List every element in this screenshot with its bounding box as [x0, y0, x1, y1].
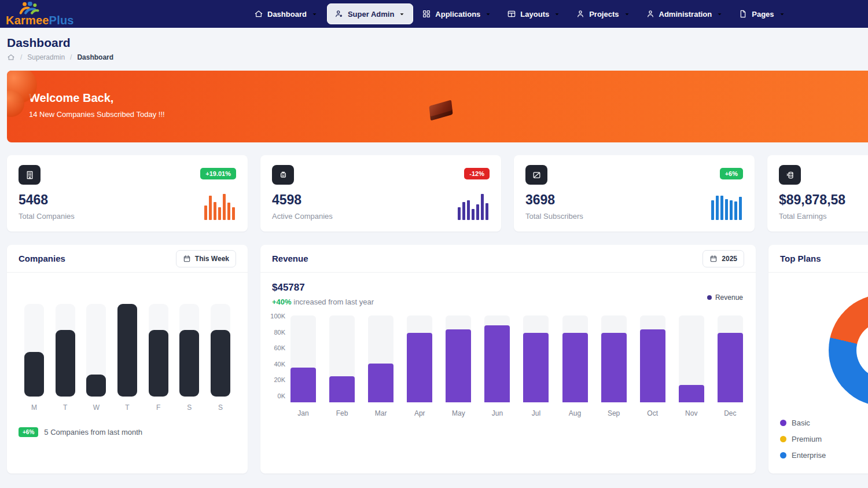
revenue-x-label: Jul — [523, 409, 549, 417]
companies-bar-column: S — [211, 304, 230, 412]
chevron-down-icon — [311, 10, 318, 18]
revenue-bar-track — [484, 315, 510, 402]
nav-item-label: Projects — [589, 10, 619, 19]
revenue-x-label: Dec — [718, 409, 743, 417]
mini-bar — [227, 203, 230, 220]
mini-bar — [458, 207, 461, 220]
revenue-delta-line: +40% increased from last year — [272, 298, 374, 306]
nav-item-applications[interactable]: Applications — [415, 5, 498, 23]
companies-bar — [24, 352, 44, 397]
revenue-bar — [718, 333, 743, 402]
companies-bar-column: W — [86, 304, 106, 412]
revenue-bar — [562, 333, 588, 402]
companies-period-button[interactable]: This Week — [176, 250, 236, 267]
mini-bar-chart — [204, 193, 235, 220]
stat-icon-tile — [525, 165, 547, 185]
stat-icon-tile — [272, 165, 294, 185]
revenue-period-button[interactable]: 2025 — [703, 250, 744, 267]
companies-bar-column: S — [179, 304, 199, 412]
trend-badge: +6% — [720, 168, 743, 179]
revenue-y-tick: 0K — [270, 392, 285, 399]
home-small-icon[interactable] — [7, 53, 15, 61]
revenue-legend-item[interactable]: Revenue — [707, 289, 743, 306]
home-icon — [254, 9, 263, 19]
image-icon — [532, 170, 542, 180]
top-plans-card-title: Top Plans — [780, 254, 821, 263]
mini-bar — [476, 204, 479, 220]
revenue-bar-track — [640, 315, 665, 402]
stat-value: $89,878,58 — [779, 192, 868, 208]
plans-legend-item-enterprise[interactable]: Enterprise — [780, 451, 826, 460]
revenue-x-label: Apr — [407, 409, 432, 417]
plans-legend-item-basic[interactable]: Basic — [780, 419, 826, 427]
nav-item-layouts[interactable]: Layouts — [501, 5, 567, 23]
revenue-bar — [368, 364, 393, 403]
breadcrumb-item-superadmin[interactable]: Superadmin — [27, 53, 65, 61]
revenue-bar-track — [562, 315, 588, 402]
revenue-bar-track — [290, 315, 316, 402]
companies-bar — [179, 330, 199, 397]
calendar-icon — [183, 255, 191, 263]
companies-footer-badge: +6% — [19, 427, 38, 437]
plans-legend-item-premium[interactable]: Premium — [780, 435, 826, 443]
legend-dot — [780, 420, 786, 426]
revenue-bar — [484, 325, 510, 403]
mini-bar — [720, 196, 723, 220]
welcome-banner: Welcome Back, 14 New Companies Subscribe… — [7, 71, 868, 142]
revenue-card: Revenue 2025 $45787 +40% increased from … — [260, 245, 756, 474]
revenue-legend-dot — [707, 295, 712, 300]
logo[interactable]: KarmeePlus — [6, 2, 74, 26]
legend-label: Enterprise — [792, 451, 826, 460]
trend-badge: -12% — [464, 168, 490, 179]
nav-item-dashboard[interactable]: Dashboard — [248, 5, 325, 23]
companies-bar — [56, 330, 75, 397]
revenue-y-tick: 80K — [270, 329, 285, 336]
revenue-y-tick: 60K — [270, 344, 285, 351]
revenue-bar-column: Jul — [523, 315, 549, 417]
nav-item-administration[interactable]: Administration — [639, 5, 730, 23]
stat-icon-tile — [779, 165, 801, 185]
stat-label: Total Subscribers — [525, 212, 743, 221]
revenue-bar-chart: 100K80K60K40K20K0K Jan Feb Mar Apr May J… — [260, 306, 756, 417]
breadcrumb-separator: / — [20, 53, 22, 61]
revenue-x-label: May — [446, 409, 471, 417]
mini-bar — [232, 207, 235, 220]
cash-icon — [785, 170, 795, 180]
mini-bar — [223, 194, 226, 220]
top-plans-card: Top Plans BasicPremiumEnterprise — [768, 245, 868, 474]
nav-item-super-admin[interactable]: Super Admin — [327, 3, 413, 24]
revenue-x-label: Sep — [601, 409, 627, 417]
chevron-down-icon — [623, 10, 631, 18]
nav-item-projects[interactable]: Projects — [569, 5, 637, 23]
revenue-bar-track — [329, 315, 355, 402]
stat-label: Active Companies — [272, 212, 490, 221]
mini-bar — [204, 206, 207, 220]
revenue-bar — [679, 385, 704, 402]
user-icon — [646, 9, 655, 19]
companies-bar — [86, 375, 106, 397]
nav-item-pages[interactable]: Pages — [732, 5, 792, 23]
revenue-x-label: Nov — [679, 409, 704, 417]
companies-x-label: S — [211, 403, 230, 412]
legend-dot — [780, 452, 786, 458]
revenue-bar-column: Aug — [562, 315, 588, 417]
revenue-bar-track — [523, 315, 549, 402]
revenue-bar-column: May — [446, 315, 471, 417]
revenue-bar-track — [407, 315, 432, 402]
revenue-x-label: Oct — [640, 409, 665, 417]
revenue-plot-area: Jan Feb Mar Apr May Jun Jul Aug Sep — [290, 315, 743, 417]
nav-item-label: Layouts — [520, 10, 549, 19]
revenue-y-tick: 100K — [270, 313, 285, 320]
nav-item-label: Administration — [659, 10, 712, 19]
revenue-x-label: Aug — [562, 409, 588, 417]
revenue-x-label: Jan — [290, 409, 316, 417]
legend-dot — [780, 436, 786, 442]
companies-bar-track — [179, 304, 199, 397]
companies-bar-track — [56, 304, 75, 397]
mini-bar — [716, 196, 719, 220]
top-plans-card-header: Top Plans — [768, 245, 868, 273]
mini-bar — [462, 202, 465, 220]
companies-bar — [149, 330, 168, 397]
revenue-y-tick: 20K — [270, 376, 285, 383]
revenue-amount: $45787 — [272, 282, 374, 293]
